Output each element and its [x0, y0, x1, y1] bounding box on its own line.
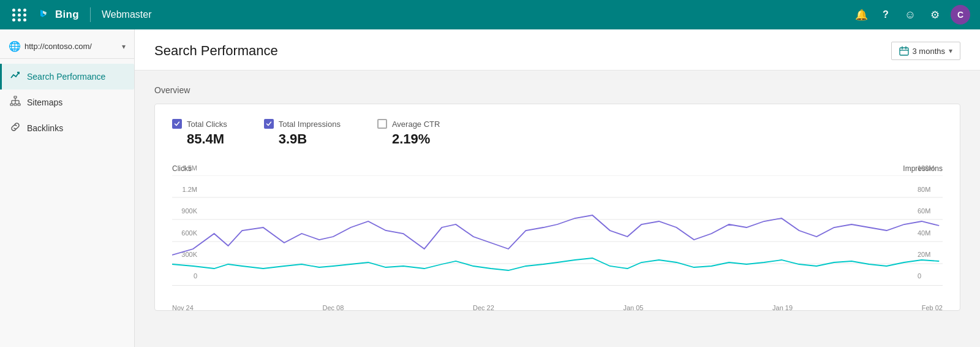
globe-icon: 🌐: [9, 40, 21, 52]
sidebar-label-backlinks: Backlinks: [27, 123, 63, 133]
y-right-tick-2: 60M: [918, 207, 930, 215]
help-button[interactable]: ?: [875, 4, 897, 26]
y-right-tick-3: 40M: [918, 229, 930, 237]
average-ctr-label: Average CTR: [392, 120, 440, 129]
y-right-tick-5: 0: [918, 272, 921, 280]
feedback-button[interactable]: ☺: [899, 4, 921, 26]
date-filter-button[interactable]: 3 months ▾: [891, 42, 960, 60]
y-right-tick-1: 80M: [918, 186, 930, 193]
sidebar: 🌐 http://contoso.com/ ▾ Search Performan…: [0, 29, 135, 347]
help-icon: ?: [883, 9, 889, 20]
total-impressions-checkbox[interactable]: [264, 119, 274, 129]
x-tick-0: Nov 24: [172, 304, 194, 311]
x-tick-3: Jan 05: [623, 304, 643, 311]
x-tick-2: Dec 22: [473, 304, 494, 311]
calendar-icon: [899, 46, 909, 56]
bing-logo: Bing: [37, 8, 79, 21]
metric-average-ctr: Average CTR 2.19%: [377, 119, 440, 147]
total-clicks-checkbox[interactable]: [172, 119, 182, 129]
metric-average-ctr-header: Average CTR: [377, 119, 440, 129]
svg-rect-9: [900, 48, 908, 55]
sidebar-navigation: Search Performance S: [0, 59, 134, 141]
settings-button[interactable]: ⚙: [924, 4, 946, 26]
overview-chart-card: Total Clicks 85.4M Total Impressions: [154, 104, 960, 311]
trend-icon: [10, 70, 21, 83]
nav-divider: [90, 7, 91, 22]
sidebar-item-backlinks[interactable]: Backlinks: [0, 115, 134, 141]
main-content: Overview Total Clicks 85.4: [135, 71, 980, 326]
metrics-row: Total Clicks 85.4M Total Impressions: [172, 119, 943, 147]
site-url: http://contoso.com/: [24, 42, 118, 51]
avatar-initial: C: [957, 10, 963, 20]
page-title: Search Performance: [154, 43, 278, 59]
main-content-area: Search Performance 3 months ▾ Overview: [135, 29, 980, 347]
topnav-right-actions: 🔔 ? ☺ ⚙ C: [850, 4, 970, 26]
sidebar-item-sitemaps[interactable]: Sitemaps: [0, 90, 134, 115]
page-layout: 🌐 http://contoso.com/ ▾ Search Performan…: [0, 29, 980, 347]
average-ctr-value: 2.19%: [392, 131, 440, 147]
y-right-tick-4: 20M: [918, 251, 930, 258]
sitemap-icon: [10, 96, 21, 109]
svg-rect-3: [18, 104, 20, 105]
y-right-tick-0: 100M: [918, 164, 935, 172]
total-impressions-value: 3.9B: [279, 131, 341, 147]
sidebar-item-search-performance[interactable]: Search Performance: [0, 64, 134, 90]
x-tick-1: Dec 08: [322, 304, 344, 311]
smiley-icon: ☺: [905, 9, 916, 21]
sidebar-label-search-performance: Search Performance: [27, 72, 105, 82]
y-left-tick-0: 1.5M: [183, 164, 197, 172]
checkmark-icon: [174, 121, 180, 127]
app-title: Webmaster: [102, 9, 152, 20]
chart-area: Clicks Impressions 1.5M 1.2M 900K 600K 3…: [172, 164, 943, 298]
main-header: Search Performance 3 months ▾: [135, 29, 980, 71]
date-filter-label: 3 months: [913, 47, 945, 56]
chart-svg: [172, 175, 943, 286]
metric-total-clicks: Total Clicks 85.4M: [172, 119, 227, 147]
site-url-selector[interactable]: 🌐 http://contoso.com/ ▾: [0, 34, 134, 59]
user-avatar-button[interactable]: C: [951, 5, 970, 25]
svg-rect-0: [14, 96, 17, 98]
impressions-line: [172, 215, 939, 255]
chevron-down-icon: ▾: [949, 47, 952, 55]
bell-icon: 🔔: [855, 9, 868, 21]
average-ctr-checkbox[interactable]: [377, 119, 387, 129]
chart-axes-labels: Clicks Impressions: [172, 164, 943, 173]
apps-grid-icon[interactable]: [10, 6, 29, 24]
total-impressions-label: Total Impressions: [279, 120, 341, 129]
topnav: Bing Webmaster 🔔 ? ☺ ⚙ C: [0, 0, 980, 29]
clicks-line: [172, 258, 939, 270]
total-clicks-value: 85.4M: [187, 131, 227, 147]
total-clicks-label: Total Clicks: [187, 120, 227, 129]
metric-total-impressions-header: Total Impressions: [264, 119, 341, 129]
notifications-button[interactable]: 🔔: [850, 4, 872, 26]
metric-total-impressions: Total Impressions 3.9B: [264, 119, 341, 147]
metric-total-clicks-header: Total Clicks: [172, 119, 227, 129]
settings-icon: ⚙: [930, 9, 940, 21]
sidebar-label-sitemaps: Sitemaps: [27, 97, 62, 107]
checkmark-icon: [266, 121, 272, 127]
link-icon: [10, 121, 21, 135]
svg-rect-1: [10, 104, 13, 105]
x-axis: Nov 24 Dec 08 Dec 22 Jan 05 Jan 19 Feb 0…: [172, 302, 943, 311]
x-tick-5: Feb 02: [922, 304, 943, 311]
chevron-down-icon: ▾: [122, 42, 126, 51]
overview-section-label: Overview: [154, 85, 960, 95]
y-axis-right: 100M 80M 60M 40M 20M 0: [915, 164, 943, 280]
x-tick-4: Jan 19: [772, 304, 793, 311]
svg-rect-2: [14, 104, 17, 105]
